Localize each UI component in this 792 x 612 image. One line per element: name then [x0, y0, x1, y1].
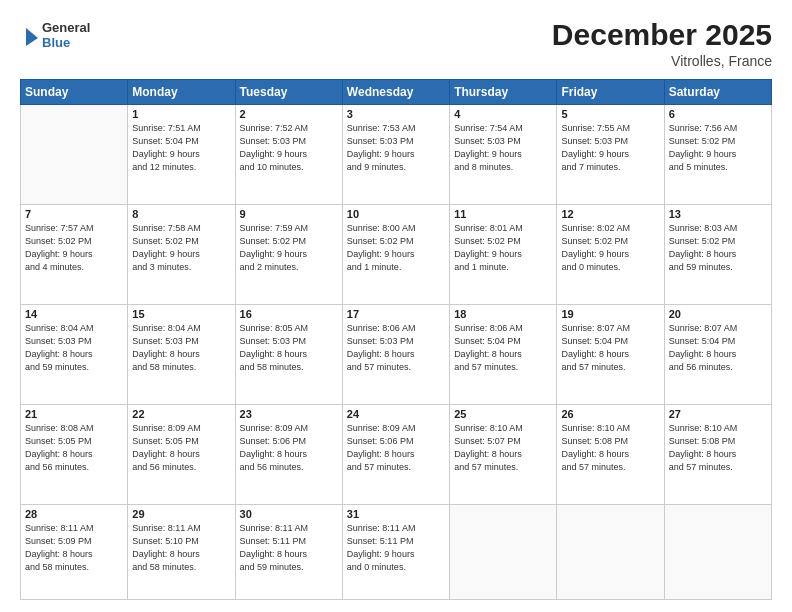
svg-marker-0: [26, 28, 38, 46]
day-info: Sunrise: 7:54 AMSunset: 5:03 PMDaylight:…: [454, 122, 552, 174]
day-info: Sunrise: 8:10 AMSunset: 5:07 PMDaylight:…: [454, 422, 552, 474]
day-number: 14: [25, 308, 123, 320]
day-number: 1: [132, 108, 230, 120]
day-number: 6: [669, 108, 767, 120]
day-info: Sunrise: 8:09 AMSunset: 5:06 PMDaylight:…: [347, 422, 445, 474]
col-sunday: Sunday: [21, 80, 128, 105]
page-subtitle: Vitrolles, France: [552, 53, 772, 69]
day-number: 18: [454, 308, 552, 320]
table-row: 18Sunrise: 8:06 AMSunset: 5:04 PMDayligh…: [450, 304, 557, 404]
day-number: 26: [561, 408, 659, 420]
table-row: 7Sunrise: 7:57 AMSunset: 5:02 PMDaylight…: [21, 204, 128, 304]
col-tuesday: Tuesday: [235, 80, 342, 105]
day-number: 29: [132, 508, 230, 520]
day-number: 16: [240, 308, 338, 320]
day-info: Sunrise: 8:01 AMSunset: 5:02 PMDaylight:…: [454, 222, 552, 274]
page-header: General Blue December 2025 Vitrolles, Fr…: [20, 18, 772, 69]
calendar-week-row: 7Sunrise: 7:57 AMSunset: 5:02 PMDaylight…: [21, 204, 772, 304]
day-number: 7: [25, 208, 123, 220]
table-row: 6Sunrise: 7:56 AMSunset: 5:02 PMDaylight…: [664, 105, 771, 205]
col-thursday: Thursday: [450, 80, 557, 105]
day-info: Sunrise: 7:53 AMSunset: 5:03 PMDaylight:…: [347, 122, 445, 174]
day-number: 11: [454, 208, 552, 220]
day-info: Sunrise: 8:00 AMSunset: 5:02 PMDaylight:…: [347, 222, 445, 274]
table-row: [21, 105, 128, 205]
logo-line2: Blue: [42, 36, 90, 51]
day-number: 30: [240, 508, 338, 520]
table-row: 28Sunrise: 8:11 AMSunset: 5:09 PMDayligh…: [21, 504, 128, 599]
col-wednesday: Wednesday: [342, 80, 449, 105]
day-number: 9: [240, 208, 338, 220]
day-number: 20: [669, 308, 767, 320]
day-number: 23: [240, 408, 338, 420]
table-row: 29Sunrise: 8:11 AMSunset: 5:10 PMDayligh…: [128, 504, 235, 599]
day-info: Sunrise: 7:57 AMSunset: 5:02 PMDaylight:…: [25, 222, 123, 274]
logo: General Blue: [20, 18, 90, 54]
day-number: 28: [25, 508, 123, 520]
day-info: Sunrise: 8:08 AMSunset: 5:05 PMDaylight:…: [25, 422, 123, 474]
logo-line1: General: [42, 21, 90, 36]
day-number: 2: [240, 108, 338, 120]
table-row: [450, 504, 557, 599]
calendar-table: Sunday Monday Tuesday Wednesday Thursday…: [20, 79, 772, 600]
day-info: Sunrise: 7:58 AMSunset: 5:02 PMDaylight:…: [132, 222, 230, 274]
day-number: 19: [561, 308, 659, 320]
day-number: 21: [25, 408, 123, 420]
table-row: 30Sunrise: 8:11 AMSunset: 5:11 PMDayligh…: [235, 504, 342, 599]
table-row: 25Sunrise: 8:10 AMSunset: 5:07 PMDayligh…: [450, 404, 557, 504]
day-info: Sunrise: 8:07 AMSunset: 5:04 PMDaylight:…: [561, 322, 659, 374]
day-info: Sunrise: 8:10 AMSunset: 5:08 PMDaylight:…: [561, 422, 659, 474]
table-row: 19Sunrise: 8:07 AMSunset: 5:04 PMDayligh…: [557, 304, 664, 404]
day-info: Sunrise: 7:55 AMSunset: 5:03 PMDaylight:…: [561, 122, 659, 174]
day-number: 4: [454, 108, 552, 120]
day-number: 3: [347, 108, 445, 120]
table-row: 24Sunrise: 8:09 AMSunset: 5:06 PMDayligh…: [342, 404, 449, 504]
col-monday: Monday: [128, 80, 235, 105]
day-info: Sunrise: 8:05 AMSunset: 5:03 PMDaylight:…: [240, 322, 338, 374]
col-saturday: Saturday: [664, 80, 771, 105]
day-info: Sunrise: 8:11 AMSunset: 5:11 PMDaylight:…: [240, 522, 338, 574]
day-info: Sunrise: 8:11 AMSunset: 5:11 PMDaylight:…: [347, 522, 445, 574]
day-info: Sunrise: 8:04 AMSunset: 5:03 PMDaylight:…: [25, 322, 123, 374]
title-block: December 2025 Vitrolles, France: [552, 18, 772, 69]
day-info: Sunrise: 8:11 AMSunset: 5:10 PMDaylight:…: [132, 522, 230, 574]
day-number: 31: [347, 508, 445, 520]
table-row: 21Sunrise: 8:08 AMSunset: 5:05 PMDayligh…: [21, 404, 128, 504]
table-row: [557, 504, 664, 599]
table-row: 13Sunrise: 8:03 AMSunset: 5:02 PMDayligh…: [664, 204, 771, 304]
day-number: 17: [347, 308, 445, 320]
table-row: 9Sunrise: 7:59 AMSunset: 5:02 PMDaylight…: [235, 204, 342, 304]
day-number: 8: [132, 208, 230, 220]
day-info: Sunrise: 7:56 AMSunset: 5:02 PMDaylight:…: [669, 122, 767, 174]
table-row: 14Sunrise: 8:04 AMSunset: 5:03 PMDayligh…: [21, 304, 128, 404]
table-row: 31Sunrise: 8:11 AMSunset: 5:11 PMDayligh…: [342, 504, 449, 599]
table-row: 26Sunrise: 8:10 AMSunset: 5:08 PMDayligh…: [557, 404, 664, 504]
table-row: 2Sunrise: 7:52 AMSunset: 5:03 PMDaylight…: [235, 105, 342, 205]
day-number: 27: [669, 408, 767, 420]
day-info: Sunrise: 8:06 AMSunset: 5:03 PMDaylight:…: [347, 322, 445, 374]
table-row: 11Sunrise: 8:01 AMSunset: 5:02 PMDayligh…: [450, 204, 557, 304]
day-info: Sunrise: 8:11 AMSunset: 5:09 PMDaylight:…: [25, 522, 123, 574]
calendar-week-row: 21Sunrise: 8:08 AMSunset: 5:05 PMDayligh…: [21, 404, 772, 504]
table-row: 23Sunrise: 8:09 AMSunset: 5:06 PMDayligh…: [235, 404, 342, 504]
day-number: 24: [347, 408, 445, 420]
calendar-week-row: 14Sunrise: 8:04 AMSunset: 5:03 PMDayligh…: [21, 304, 772, 404]
day-info: Sunrise: 8:06 AMSunset: 5:04 PMDaylight:…: [454, 322, 552, 374]
table-row: 20Sunrise: 8:07 AMSunset: 5:04 PMDayligh…: [664, 304, 771, 404]
day-number: 15: [132, 308, 230, 320]
table-row: 17Sunrise: 8:06 AMSunset: 5:03 PMDayligh…: [342, 304, 449, 404]
day-info: Sunrise: 8:02 AMSunset: 5:02 PMDaylight:…: [561, 222, 659, 274]
day-info: Sunrise: 8:04 AMSunset: 5:03 PMDaylight:…: [132, 322, 230, 374]
day-info: Sunrise: 8:07 AMSunset: 5:04 PMDaylight:…: [669, 322, 767, 374]
table-row: 15Sunrise: 8:04 AMSunset: 5:03 PMDayligh…: [128, 304, 235, 404]
day-number: 5: [561, 108, 659, 120]
day-number: 12: [561, 208, 659, 220]
col-friday: Friday: [557, 80, 664, 105]
day-info: Sunrise: 8:10 AMSunset: 5:08 PMDaylight:…: [669, 422, 767, 474]
day-info: Sunrise: 8:09 AMSunset: 5:05 PMDaylight:…: [132, 422, 230, 474]
day-number: 13: [669, 208, 767, 220]
day-number: 10: [347, 208, 445, 220]
day-info: Sunrise: 7:52 AMSunset: 5:03 PMDaylight:…: [240, 122, 338, 174]
day-number: 22: [132, 408, 230, 420]
table-row: 27Sunrise: 8:10 AMSunset: 5:08 PMDayligh…: [664, 404, 771, 504]
